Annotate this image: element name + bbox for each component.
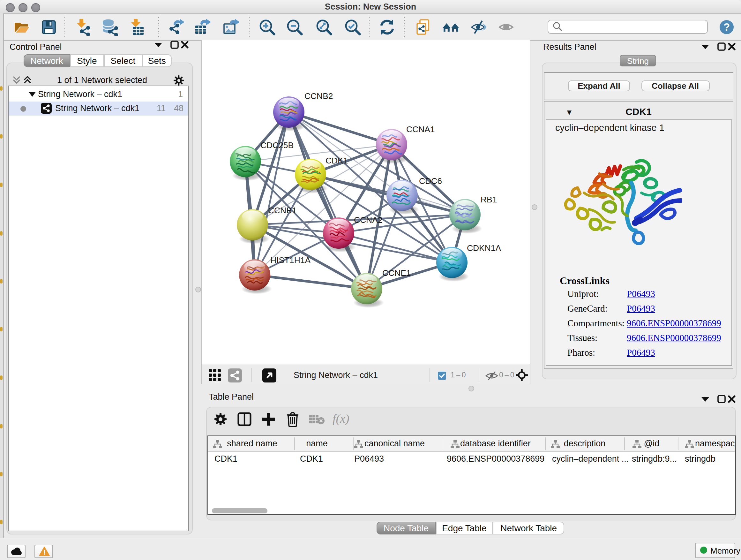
svg-text:CDKN1A: CDKN1A bbox=[467, 243, 501, 253]
svg-text:CCNB1: CCNB1 bbox=[268, 206, 296, 215]
svg-text:CDC25B: CDC25B bbox=[260, 140, 293, 150]
svg-text:CCNA1: CCNA1 bbox=[406, 125, 434, 134]
svg-text:HIST1H1A: HIST1H1A bbox=[270, 255, 311, 265]
svg-text:CDC6: CDC6 bbox=[419, 176, 442, 186]
svg-text:CCNB2: CCNB2 bbox=[305, 91, 333, 101]
svg-text:?: ? bbox=[724, 21, 730, 33]
svg-text:RB1: RB1 bbox=[481, 195, 497, 204]
svg-text:CDK1: CDK1 bbox=[326, 156, 348, 165]
svg-text:CCNA2: CCNA2 bbox=[354, 215, 382, 225]
svg-text:CCNE1: CCNE1 bbox=[382, 268, 411, 278]
